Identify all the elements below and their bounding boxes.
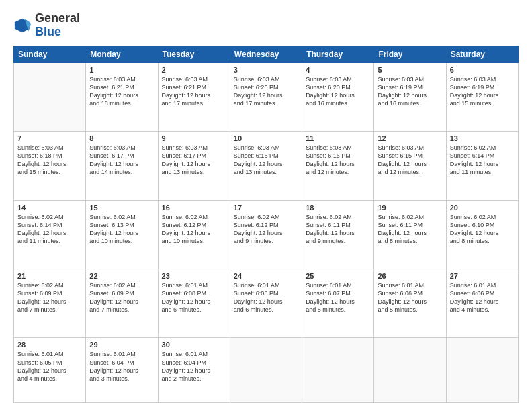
day-number: 15 — [89, 203, 154, 212]
weekday-header-thursday: Thursday — [302, 46, 374, 62]
day-number: 16 — [162, 203, 226, 212]
day-info: Sunrise: 6:02 AM Sunset: 6:12 PM Dayligh… — [162, 213, 226, 246]
calendar-week-row: 21Sunrise: 6:02 AM Sunset: 6:09 PM Dayli… — [14, 269, 519, 338]
calendar-week-row: 28Sunrise: 6:01 AM Sunset: 6:05 PM Dayli… — [14, 338, 519, 403]
day-info: Sunrise: 6:02 AM Sunset: 6:13 PM Dayligh… — [89, 213, 154, 246]
day-number: 20 — [450, 203, 515, 212]
day-number: 14 — [17, 203, 82, 212]
weekday-header-row: SundayMondayTuesdayWednesdayThursdayFrid… — [14, 46, 519, 62]
day-info: Sunrise: 6:03 AM Sunset: 6:16 PM Dayligh… — [306, 144, 370, 177]
day-number: 4 — [306, 66, 370, 74]
logo-icon — [13, 16, 32, 35]
day-info: Sunrise: 6:02 AM Sunset: 6:11 PM Dayligh… — [306, 213, 370, 246]
day-info: Sunrise: 6:01 AM Sunset: 6:04 PM Dayligh… — [162, 350, 226, 383]
calendar-cell — [446, 338, 518, 403]
calendar-cell: 5Sunrise: 6:03 AM Sunset: 6:19 PM Daylig… — [374, 62, 446, 131]
calendar-cell — [302, 338, 374, 403]
day-info: Sunrise: 6:03 AM Sunset: 6:19 PM Dayligh… — [378, 75, 442, 108]
day-info: Sunrise: 6:01 AM Sunset: 6:07 PM Dayligh… — [306, 281, 370, 314]
calendar-cell: 14Sunrise: 6:02 AM Sunset: 6:14 PM Dayli… — [14, 200, 86, 269]
calendar-cell: 9Sunrise: 6:03 AM Sunset: 6:17 PM Daylig… — [158, 132, 230, 200]
weekday-header-friday: Friday — [374, 46, 446, 62]
calendar-cell: 15Sunrise: 6:02 AM Sunset: 6:13 PM Dayli… — [86, 200, 158, 269]
calendar-cell: 12Sunrise: 6:03 AM Sunset: 6:15 PM Dayli… — [374, 132, 446, 200]
day-info: Sunrise: 6:01 AM Sunset: 6:05 PM Dayligh… — [17, 350, 82, 383]
day-number: 23 — [162, 272, 226, 280]
logo-text-general: General — [35, 12, 80, 26]
day-number: 28 — [17, 340, 82, 349]
day-number: 1 — [89, 66, 154, 74]
calendar-cell: 26Sunrise: 6:01 AM Sunset: 6:06 PM Dayli… — [374, 269, 446, 338]
day-number: 25 — [306, 272, 370, 280]
day-info: Sunrise: 6:01 AM Sunset: 6:08 PM Dayligh… — [162, 281, 226, 314]
day-number: 30 — [162, 340, 226, 349]
day-number: 24 — [234, 272, 298, 280]
calendar-cell: 4Sunrise: 6:03 AM Sunset: 6:20 PM Daylig… — [302, 62, 374, 131]
calendar-cell: 28Sunrise: 6:01 AM Sunset: 6:05 PM Dayli… — [14, 338, 86, 403]
day-number: 2 — [162, 66, 226, 74]
day-info: Sunrise: 6:02 AM Sunset: 6:14 PM Dayligh… — [17, 213, 82, 246]
calendar-cell: 11Sunrise: 6:03 AM Sunset: 6:16 PM Dayli… — [302, 132, 374, 200]
calendar-cell: 20Sunrise: 6:02 AM Sunset: 6:10 PM Dayli… — [446, 200, 518, 269]
calendar-week-row: 14Sunrise: 6:02 AM Sunset: 6:14 PM Dayli… — [14, 200, 519, 269]
day-info: Sunrise: 6:03 AM Sunset: 6:21 PM Dayligh… — [162, 75, 226, 108]
calendar-cell: 19Sunrise: 6:02 AM Sunset: 6:11 PM Dayli… — [374, 200, 446, 269]
calendar-week-row: 1Sunrise: 6:03 AM Sunset: 6:21 PM Daylig… — [14, 62, 519, 131]
day-info: Sunrise: 6:03 AM Sunset: 6:17 PM Dayligh… — [162, 144, 226, 177]
calendar-cell: 13Sunrise: 6:02 AM Sunset: 6:14 PM Dayli… — [446, 132, 518, 200]
day-info: Sunrise: 6:02 AM Sunset: 6:14 PM Dayligh… — [450, 144, 515, 177]
day-number: 10 — [234, 134, 298, 142]
day-number: 7 — [17, 134, 82, 142]
weekday-header-tuesday: Tuesday — [158, 46, 230, 62]
day-info: Sunrise: 6:03 AM Sunset: 6:16 PM Dayligh… — [234, 144, 298, 177]
calendar-cell: 22Sunrise: 6:02 AM Sunset: 6:09 PM Dayli… — [86, 269, 158, 338]
weekday-header-monday: Monday — [86, 46, 158, 62]
day-info: Sunrise: 6:01 AM Sunset: 6:06 PM Dayligh… — [450, 281, 515, 314]
day-number: 27 — [450, 272, 515, 280]
weekday-header-wednesday: Wednesday — [230, 46, 302, 62]
day-number: 13 — [450, 134, 515, 142]
day-info: Sunrise: 6:01 AM Sunset: 6:06 PM Dayligh… — [378, 281, 442, 314]
day-number: 18 — [306, 203, 370, 212]
day-info: Sunrise: 6:02 AM Sunset: 6:09 PM Dayligh… — [89, 281, 154, 314]
calendar-cell: 1Sunrise: 6:03 AM Sunset: 6:21 PM Daylig… — [86, 62, 158, 131]
calendar-cell: 10Sunrise: 6:03 AM Sunset: 6:16 PM Dayli… — [230, 132, 302, 200]
day-info: Sunrise: 6:01 AM Sunset: 6:04 PM Dayligh… — [89, 350, 154, 383]
day-number: 17 — [234, 203, 298, 212]
day-info: Sunrise: 6:03 AM Sunset: 6:18 PM Dayligh… — [17, 144, 82, 177]
day-info: Sunrise: 6:03 AM Sunset: 6:21 PM Dayligh… — [89, 75, 154, 108]
day-number: 21 — [17, 272, 82, 280]
page-header: General Blue — [13, 12, 519, 39]
calendar-cell: 2Sunrise: 6:03 AM Sunset: 6:21 PM Daylig… — [158, 62, 230, 131]
calendar-cell: 7Sunrise: 6:03 AM Sunset: 6:18 PM Daylig… — [14, 132, 86, 200]
day-info: Sunrise: 6:03 AM Sunset: 6:20 PM Dayligh… — [306, 75, 370, 108]
day-info: Sunrise: 6:01 AM Sunset: 6:08 PM Dayligh… — [234, 281, 298, 314]
weekday-header-sunday: Sunday — [14, 46, 86, 62]
calendar-cell: 30Sunrise: 6:01 AM Sunset: 6:04 PM Dayli… — [158, 338, 230, 403]
calendar-cell: 16Sunrise: 6:02 AM Sunset: 6:12 PM Dayli… — [158, 200, 230, 269]
day-number: 9 — [162, 134, 226, 142]
day-number: 8 — [89, 134, 154, 142]
day-number: 19 — [378, 203, 442, 212]
day-number: 3 — [234, 66, 298, 74]
calendar-cell: 18Sunrise: 6:02 AM Sunset: 6:11 PM Dayli… — [302, 200, 374, 269]
day-number: 11 — [306, 134, 370, 142]
logo-text-blue: Blue — [35, 26, 80, 39]
weekday-header-saturday: Saturday — [446, 46, 518, 62]
day-info: Sunrise: 6:03 AM Sunset: 6:20 PM Dayligh… — [234, 75, 298, 108]
calendar-cell: 17Sunrise: 6:02 AM Sunset: 6:12 PM Dayli… — [230, 200, 302, 269]
day-number: 6 — [450, 66, 515, 74]
day-info: Sunrise: 6:03 AM Sunset: 6:19 PM Dayligh… — [450, 75, 515, 108]
calendar-cell: 24Sunrise: 6:01 AM Sunset: 6:08 PM Dayli… — [230, 269, 302, 338]
day-info: Sunrise: 6:03 AM Sunset: 6:17 PM Dayligh… — [89, 144, 154, 177]
day-number: 26 — [378, 272, 442, 280]
day-info: Sunrise: 6:02 AM Sunset: 6:11 PM Dayligh… — [378, 213, 442, 246]
day-info: Sunrise: 6:02 AM Sunset: 6:09 PM Dayligh… — [17, 281, 82, 314]
day-info: Sunrise: 6:03 AM Sunset: 6:15 PM Dayligh… — [378, 144, 442, 177]
day-info: Sunrise: 6:02 AM Sunset: 6:12 PM Dayligh… — [234, 213, 298, 246]
calendar-cell — [374, 338, 446, 403]
calendar-table: SundayMondayTuesdayWednesdayThursdayFrid… — [13, 46, 519, 403]
day-info: Sunrise: 6:02 AM Sunset: 6:10 PM Dayligh… — [450, 213, 515, 246]
calendar-cell: 6Sunrise: 6:03 AM Sunset: 6:19 PM Daylig… — [446, 62, 518, 131]
calendar-week-row: 7Sunrise: 6:03 AM Sunset: 6:18 PM Daylig… — [14, 132, 519, 200]
